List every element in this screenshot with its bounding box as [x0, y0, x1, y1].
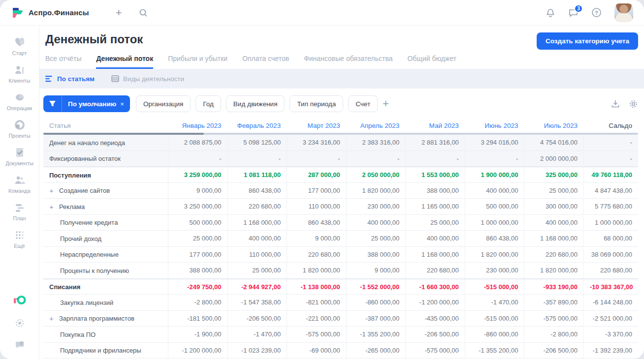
cell-value: 5 098 125,00	[227, 135, 287, 151]
expand-plus-icon[interactable]: +	[49, 203, 55, 211]
search-icon[interactable]	[139, 8, 148, 17]
documents-icon	[14, 147, 26, 158]
filter-chip-1[interactable]: Организация	[136, 95, 191, 112]
cell-value: -1 470,00	[227, 327, 287, 343]
cell-value: -	[583, 135, 638, 151]
cell-value: -387 000,00	[346, 311, 406, 327]
add-filter-icon[interactable]: +	[383, 98, 389, 109]
sidebar-item-4[interactable]: Проекты	[2, 115, 37, 143]
cell-value: -3 370,00	[583, 327, 638, 343]
cell-value: 110 000,00	[227, 247, 287, 263]
cell-value: -206 500,00	[227, 311, 287, 327]
filter-chip-4[interactable]: Тип периода	[290, 95, 343, 112]
column-header-month[interactable]: Апрель 2023	[346, 122, 406, 129]
export-download-icon[interactable]	[611, 99, 620, 108]
help-icon[interactable]: ?	[591, 7, 602, 18]
table-row[interactable]: +Создание сайтов9 000,00860 438,00177 00…	[43, 183, 638, 199]
table-row[interactable]: Поступления3 259 000,001 081 118,00287 0…	[43, 167, 638, 183]
sidebar-item-2[interactable]: Клиенты	[2, 60, 37, 88]
avatar[interactable]	[614, 3, 633, 22]
row-label: +Зарплата программистов	[43, 314, 168, 323]
active-filter-pill[interactable]: По умолчанию ×	[43, 95, 130, 112]
cell-value: -181 500,00	[168, 311, 227, 327]
bell-icon[interactable]	[546, 8, 555, 18]
sidebar-item-1[interactable]: Старт	[2, 32, 37, 60]
cell-value: 68 000,00	[583, 231, 638, 247]
chat-icon[interactable]: 3	[568, 8, 579, 18]
tab-5[interactable]: Финансовые обязательства	[304, 55, 392, 69]
column-header-month[interactable]: Май 2023	[405, 122, 465, 129]
table-row[interactable]: +Зарплата программистов-181 500,00-206 5…	[43, 311, 638, 327]
tab-2[interactable]: Денежный поток	[96, 55, 153, 69]
column-header-month[interactable]: Февраль 2023	[227, 122, 287, 129]
table-row[interactable]: Прочий доход25 000,00400 000,009 000,002…	[43, 231, 638, 247]
cell-value: 1 165 000,00	[405, 199, 465, 215]
column-header-month[interactable]: Март 2023	[287, 122, 346, 129]
tab-3[interactable]: Прибыли и убытки	[168, 55, 227, 69]
horizontal-scrollbar[interactable]	[43, 133, 638, 135]
sidebar-item-label: Старт	[12, 50, 27, 56]
tab-1[interactable]: Все отчёты	[45, 55, 81, 69]
table-row[interactable]: Проценты к получению388 000,0025 000,001…	[43, 263, 638, 279]
plan-icon	[14, 202, 26, 213]
filter-chip-2[interactable]: Год	[195, 95, 221, 112]
cell-value: 1 820 000,00	[287, 263, 346, 279]
table-settings-gear-icon[interactable]	[629, 99, 638, 109]
clear-filter-icon[interactable]: ×	[120, 100, 124, 108]
sidebar-item-3[interactable]: Операции	[2, 88, 37, 115]
expand-plus-icon[interactable]: +	[49, 314, 55, 323]
table-row[interactable]: Закупка лицензий-2 800,00-1 547 358,00-8…	[43, 295, 638, 311]
row-label: Прочий доход	[43, 235, 168, 242]
column-header-month[interactable]: Январь 2023	[168, 122, 227, 129]
report-tabs: Все отчётыДенежный потокПрибыли и убытки…	[39, 50, 644, 69]
column-header-month[interactable]: Июнь 2023	[465, 122, 524, 129]
row-label: Нераспределенные	[43, 251, 168, 258]
table-row[interactable]: Нераспределенные177 000,00110 000,00220 …	[43, 247, 638, 263]
cell-value: -1 355 200,00	[346, 327, 406, 343]
table-row[interactable]: Списания-249 750,00-2 944 927,00-1 138 0…	[43, 279, 638, 295]
cell-value: 1 553 000,00	[405, 167, 465, 183]
row-label: Фиксированный остаток	[43, 155, 168, 162]
cell-value: -515 000,00	[465, 279, 524, 296]
sidebar-item-6[interactable]: Команда	[2, 170, 37, 198]
topbar: Аспро.Финансы + 3	[0, 0, 644, 26]
page-title: Денежный поток	[45, 32, 143, 46]
sidebar-item-7[interactable]: План	[2, 198, 37, 225]
sidebar-item-5[interactable]: Документы	[2, 143, 37, 170]
aspro-cloud-logo-icon[interactable]	[13, 295, 26, 306]
create-plus-icon[interactable]: +	[116, 7, 122, 18]
tab-4[interactable]: Оплата счетов	[242, 55, 289, 69]
view-tab-2[interactable]: Виды деятельности	[111, 75, 184, 83]
cell-value: -206 500,00	[405, 327, 465, 343]
filter-chip-3[interactable]: Вид движения	[226, 95, 285, 112]
cell-value: 1 900 000,00	[465, 167, 524, 183]
aspro-logo-icon[interactable]	[11, 6, 24, 19]
row-label: Покупка ПО	[43, 331, 168, 338]
funnel-icon[interactable]	[43, 95, 62, 112]
table-row[interactable]: Фиксированный остаток------2 000 000,00-	[43, 151, 638, 167]
cell-value: -515 000,00	[465, 311, 524, 327]
table-row[interactable]: +Реклама3 250 000,00220 680,00110 000,00…	[43, 199, 638, 215]
expand-plus-icon[interactable]: +	[49, 186, 55, 195]
table-row[interactable]: Покупка ПО-1 900,00-1 470,00-575 000,00-…	[43, 327, 638, 343]
cell-value: -265 000,00	[346, 343, 406, 359]
view-tab-1[interactable]: По статьям	[45, 75, 95, 83]
sidebar-item-label: Проекты	[8, 133, 30, 139]
tab-6[interactable]: Общий бюджет	[407, 55, 456, 69]
cell-value: 220 680,00	[524, 247, 583, 263]
table-row[interactable]: Получение кредита500 000,001 168 000,008…	[43, 215, 638, 231]
table-row[interactable]: Денег на начало периода2 088 875,005 098…	[43, 135, 638, 151]
view-tab-label: По статьям	[57, 75, 95, 83]
settings-gear-icon[interactable]	[14, 318, 25, 329]
scrollbar-thumb[interactable]	[43, 133, 204, 135]
row-label: Получение кредита	[43, 219, 168, 226]
cell-value: -821 000,00	[287, 295, 346, 311]
cell-value: 9 000,00	[168, 183, 227, 199]
filter-chip-5[interactable]: Счет	[348, 95, 378, 112]
feedback-chat-icon[interactable]	[14, 340, 25, 350]
sidebar-item-8[interactable]: Ещё	[2, 225, 37, 253]
row-label: Денег на начало периода	[43, 139, 168, 147]
column-header-month[interactable]: Июль 2023	[524, 122, 583, 129]
create-category-button[interactable]: Создать категорию учета	[537, 32, 638, 50]
table-row[interactable]: Подрядчики и фрилансеры-1 200 000,00-1 0…	[43, 343, 638, 359]
